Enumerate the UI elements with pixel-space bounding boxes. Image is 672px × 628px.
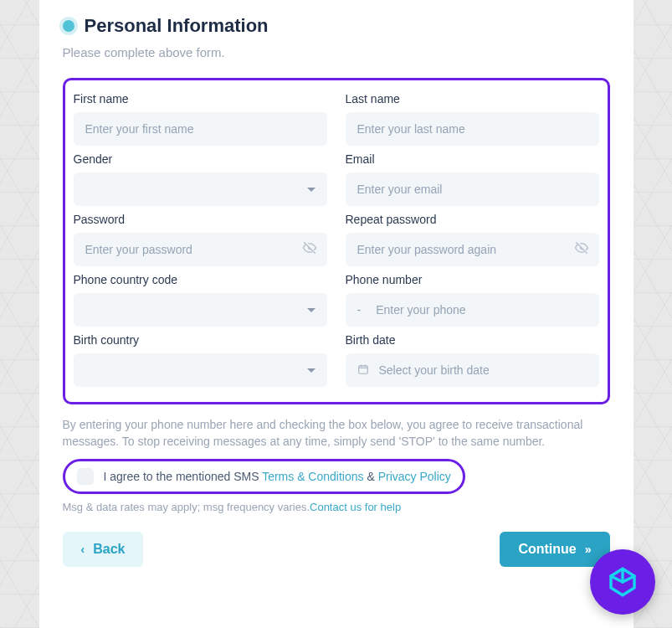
repeat-password-input[interactable]	[346, 233, 599, 266]
phone-prefix: -	[357, 303, 362, 317]
last-name-input[interactable]	[346, 112, 599, 146]
fineprint: Msg & data rates may apply; msg frequenc…	[63, 501, 610, 513]
birth-date-input[interactable]: Select your birth date	[346, 353, 599, 387]
birth-date-field: Birth date Select your birth date	[342, 333, 603, 387]
phone-number-input[interactable]	[376, 303, 587, 317]
repeat-password-field: Repeat password	[342, 213, 603, 266]
section-indicator-dot	[63, 20, 74, 32]
last-name-label: Last name	[346, 92, 599, 106]
form-container: First name Last name Gender Email Passwo…	[63, 78, 610, 404]
birth-date-placeholder: Select your birth date	[379, 363, 490, 377]
phone-code-field: Phone country code	[70, 273, 331, 327]
gender-select[interactable]	[74, 172, 327, 206]
continue-button[interactable]: Continue »	[500, 532, 609, 567]
password-input[interactable]	[74, 233, 327, 266]
agree-checkbox[interactable]	[77, 468, 94, 485]
back-button[interactable]: ‹ Back	[63, 532, 144, 567]
password-label: Password	[74, 213, 327, 226]
phone-number-field: Phone number -	[342, 273, 603, 327]
chevron-left-icon: ‹	[81, 543, 85, 556]
svg-rect-0	[358, 365, 367, 373]
first-name-label: First name	[74, 92, 327, 106]
phone-code-select[interactable]	[74, 293, 327, 327]
fineprint-text: Msg & data rates may apply; msg frequenc…	[63, 501, 310, 513]
terms-link[interactable]: Terms & Conditions	[262, 470, 363, 483]
agree-prefix: I agree to the mentioned SMS	[104, 470, 263, 483]
first-name-field: First name	[70, 92, 331, 146]
gender-field: Gender	[70, 152, 331, 206]
gender-label: Gender	[74, 152, 327, 166]
agree-row: I agree to the mentioned SMS Terms & Con…	[63, 459, 465, 494]
section-header: Personal Information	[63, 15, 610, 37]
help-fab[interactable]	[590, 549, 655, 615]
section-title: Personal Information	[85, 15, 269, 37]
birth-country-label: Birth country	[74, 333, 327, 347]
eye-off-icon[interactable]	[302, 240, 317, 259]
phone-number-control: -	[346, 293, 599, 327]
email-input[interactable]	[346, 172, 599, 206]
phone-code-label: Phone country code	[74, 273, 327, 286]
agree-text: I agree to the mentioned SMS Terms & Con…	[104, 470, 451, 483]
form-panel: Personal Information Please complete abo…	[39, 0, 634, 628]
email-field: Email	[342, 152, 603, 206]
chevron-down-icon	[307, 308, 315, 312]
password-field: Password	[70, 213, 331, 266]
agree-sep: &	[364, 470, 378, 483]
privacy-link[interactable]: Privacy Policy	[378, 470, 451, 483]
birth-country-field: Birth country	[70, 333, 331, 387]
chevron-down-icon	[307, 368, 315, 373]
chevron-down-icon	[307, 188, 315, 192]
phone-number-label: Phone number	[346, 273, 599, 286]
section-subtitle: Please complete above form.	[63, 45, 610, 59]
calendar-icon	[357, 363, 369, 378]
last-name-field: Last name	[342, 92, 603, 146]
back-button-label: Back	[93, 542, 125, 557]
contact-link[interactable]: Contact us for help	[310, 501, 401, 513]
continue-button-label: Continue	[518, 542, 576, 557]
sms-disclaimer: By entering your phone number here and c…	[63, 416, 610, 450]
first-name-input[interactable]	[74, 112, 327, 146]
chevron-right-double-icon: »	[585, 543, 592, 556]
logo-icon	[605, 564, 640, 600]
birth-country-select[interactable]	[74, 353, 327, 387]
eye-off-icon[interactable]	[574, 240, 589, 259]
button-row: ‹ Back Continue »	[63, 532, 610, 567]
birth-date-label: Birth date	[346, 333, 599, 347]
email-label: Email	[346, 152, 599, 166]
repeat-password-label: Repeat password	[346, 213, 599, 226]
